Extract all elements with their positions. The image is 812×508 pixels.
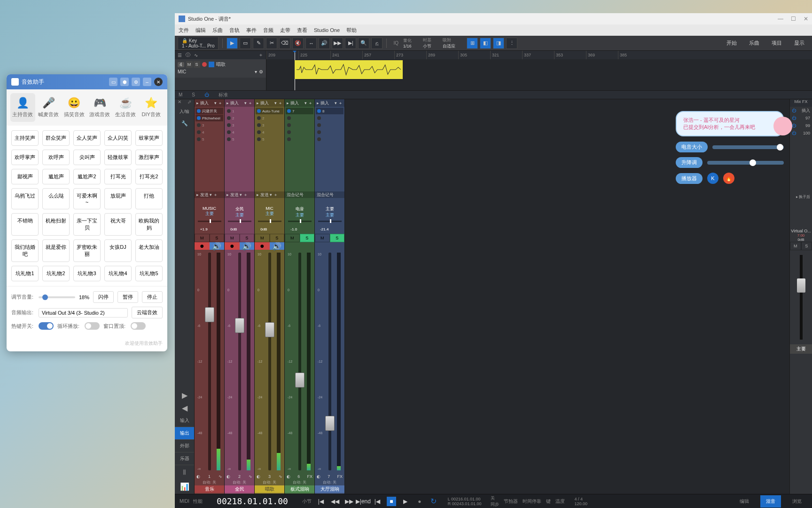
menu-item[interactable]: 文件 [179, 27, 189, 34]
record-icon[interactable]: ● [415, 497, 424, 506]
sfx-tab[interactable]: ☕生活音效 [113, 93, 138, 122]
hotkey-toggle[interactable] [39, 322, 54, 330]
menu-item[interactable]: 音轨 [229, 27, 240, 34]
sfx-sound-button[interactable]: 不错哟 [11, 213, 39, 236]
sfx-sound-button[interactable]: 尴尬声2 [73, 169, 101, 184]
menu-item[interactable]: Studio One [314, 27, 340, 33]
sfx-sound-button[interactable]: 放屁声 [104, 188, 132, 209]
back-icon[interactable]: |◀ [373, 497, 382, 506]
sfx-sound-button[interactable]: 祝大哥 [104, 213, 132, 236]
arrow-tool-icon[interactable]: ▶ [226, 38, 238, 49]
list-icon[interactable]: ☰ [178, 53, 182, 58]
sfx-tab[interactable]: ⭐DIY音效 [139, 93, 164, 122]
sfx-sound-button[interactable]: 欢呼掌声 [11, 150, 39, 165]
sfx-tab[interactable]: 🎤喊麦音效 [36, 93, 61, 122]
window-close-icon[interactable]: ✕ [804, 16, 808, 22]
ruler[interactable]: 209225241257273289305321337353369385 [266, 51, 812, 59]
ch-mon-icon[interactable]: 🔊 [210, 242, 225, 250]
sfx-sound-button[interactable]: 罗密欧朱丽 [73, 239, 101, 262]
sfx-sound-button[interactable]: 坑礼物5 [135, 266, 163, 281]
orange-icon[interactable]: 🔥 [723, 173, 734, 184]
sfx-sound-button[interactable]: 轻微鼓掌 [104, 150, 132, 165]
loop-toggle[interactable] [85, 322, 100, 330]
sfx-sound-button[interactable]: 众人闪笑 [104, 130, 132, 146]
transport-tab[interactable]: 混音 [760, 495, 781, 508]
track-gear-icon[interactable]: ⚙ [259, 69, 263, 74]
menu-item[interactable]: 编辑 [195, 27, 206, 34]
sfx-pin-icon[interactable]: ⬢ [120, 78, 129, 86]
sfx-sound-button[interactable]: 打耳光 [104, 169, 132, 184]
track-header[interactable]: 4 MS 唱歌 MIC ▾ ⚙ [175, 59, 266, 78]
sfx-tab[interactable]: 😀搞笑音效 [62, 93, 86, 122]
toolbar-text-button[interactable]: 乐曲 [744, 38, 764, 48]
automation-icon[interactable]: ∿ [194, 53, 198, 58]
sfx-sound-button[interactable]: 众人笑声 [73, 130, 101, 146]
window-minimize-icon[interactable]: — [778, 16, 783, 22]
sfx-close-icon[interactable]: ✕ [154, 78, 163, 86]
eaudio-slider[interactable] [712, 145, 784, 149]
ch-rec-icon[interactable]: ● [225, 242, 240, 250]
sfx-min-icon[interactable]: ▭ [109, 78, 117, 86]
sfx-sound-button[interactable]: 坑礼物4 [104, 266, 132, 281]
monitor-icon[interactable] [209, 62, 214, 67]
menu-item[interactable]: 走带 [280, 27, 290, 34]
play2-tool-icon[interactable]: ▶| [345, 38, 356, 49]
stop-button[interactable]: 停止 [142, 291, 163, 303]
menu-item[interactable]: 帮助 [346, 27, 357, 34]
listen-tool-icon[interactable]: 🔊 [319, 38, 330, 49]
close-mixer-icon[interactable]: ✕ [178, 99, 181, 107]
play-icon[interactable]: ▶ [401, 497, 410, 506]
mute-tool-icon[interactable]: 🔇 [292, 38, 304, 49]
toolbar-text-button[interactable]: 显示 [789, 38, 809, 48]
toolbar-text-button[interactable]: 项目 [767, 38, 787, 48]
sfx-sound-button[interactable]: 女孩DJ [104, 239, 132, 262]
action-tool-icon[interactable]: ⎌ [371, 38, 383, 49]
timeline[interactable]: 209225241257273289305321337353369385 [266, 51, 812, 90]
sfx-sound-button[interactable]: 群众笑声 [42, 130, 70, 146]
pitch-slider[interactable] [707, 161, 784, 165]
volume-slider[interactable] [39, 296, 75, 298]
fader-thumb[interactable] [235, 318, 244, 333]
cloud-sfx-button[interactable]: 云端音效 [132, 307, 163, 318]
sfx-sound-button[interactable]: 打他 [135, 188, 163, 209]
forward-end-icon[interactable]: ▶|end [359, 497, 368, 506]
sfx-tab[interactable]: 🎮游戏音效 [87, 93, 112, 122]
snap-mode3-icon[interactable]: ◨ [493, 38, 504, 49]
sfx-sound-button[interactable]: 主持笑声 [11, 130, 39, 146]
mixer-section-button[interactable]: 输出 [175, 427, 194, 440]
mixer-section-button[interactable]: 乐器 [175, 452, 194, 465]
mixer-section-button[interactable]: 输入 [175, 414, 194, 427]
output-select[interactable]: Virtual Out 3/4 (3- Studio 2) [39, 308, 128, 318]
eaudio-size-button[interactable]: 电音大小 [676, 142, 708, 152]
audio-clip[interactable] [295, 60, 403, 79]
zoom-tool-icon[interactable]: 🔍 [358, 38, 369, 49]
window-maximize-icon[interactable]: ☐ [791, 16, 796, 22]
split-tool-icon[interactable]: ✂ [266, 38, 277, 49]
toolbar-text-button[interactable]: 开始 [722, 38, 742, 48]
menu-item[interactable]: 查看 [297, 27, 307, 34]
sfx-sound-button[interactable]: 坑礼物1 [11, 266, 39, 281]
sfx-minimize-icon[interactable]: – [143, 78, 151, 86]
sfx-sound-button[interactable]: 就是爱你 [42, 239, 70, 262]
record-arm-icon[interactable] [202, 62, 207, 67]
pause-button[interactable]: 暂停 [117, 291, 138, 303]
sfx-sound-button[interactable]: 可爱木啊~ [73, 188, 101, 209]
menu-item[interactable]: 事件 [246, 27, 257, 34]
sfx-sound-button[interactable]: 亲一下宝贝 [73, 213, 101, 236]
draw-tool-icon[interactable]: ✎ [253, 38, 264, 49]
menu-item[interactable]: 音频 [263, 27, 273, 34]
sfx-sound-button[interactable]: 尴尬声 [42, 169, 70, 184]
arrow-right-icon[interactable]: ▶ [182, 391, 187, 399]
range-tool-icon[interactable]: ▭ [240, 38, 251, 49]
add-track-icon[interactable]: ＋ [258, 52, 263, 58]
fader-thumb[interactable] [265, 322, 274, 337]
fader-thumb[interactable] [325, 416, 335, 431]
forward-icon[interactable]: ▶▶ [344, 497, 354, 506]
info-icon[interactable]: ⓘ [186, 52, 190, 58]
sfx-settings-icon[interactable]: ⚙ [132, 78, 140, 86]
sfx-sound-button[interactable]: 乌鸦飞过 [11, 188, 39, 209]
snap-mode4-icon[interactable]: ⋮ [506, 38, 517, 49]
meter-icon[interactable]: ⫴ [183, 468, 186, 476]
ch-rec-icon[interactable]: ● [255, 242, 270, 250]
bend-tool-icon[interactable]: ↔ [305, 38, 317, 49]
